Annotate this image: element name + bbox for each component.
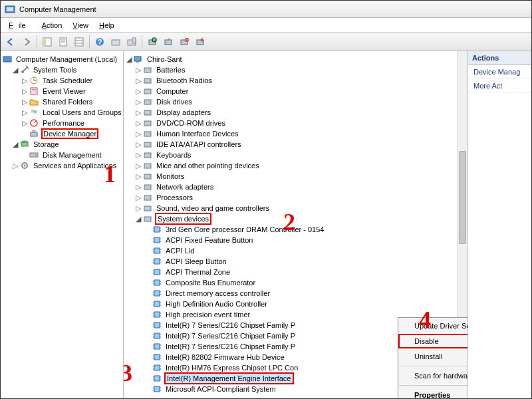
system-device-item[interactable]: Intel(R) 82802 Firmware Hub Device	[164, 352, 286, 362]
console-tree[interactable]: Computer Management (Local) ◢System Tool…	[1, 51, 123, 174]
system-device-item[interactable]: ACPI Thermal Zone	[164, 267, 231, 277]
tree-device-manager[interactable]: Device Manager	[41, 128, 98, 139]
system-device-item[interactable]: ACPI Sleep Button	[164, 257, 228, 266]
back-button[interactable]	[3, 35, 18, 49]
expand-icon[interactable]: ▷	[134, 108, 142, 117]
tree-system-tools[interactable]: System Tools	[32, 65, 78, 74]
expand-icon[interactable]: ▷	[134, 151, 142, 160]
device-category[interactable]: System devices	[155, 213, 211, 225]
toolbar-button[interactable]	[124, 35, 139, 49]
tree-disk-management[interactable]: Disk Management	[41, 150, 103, 160]
device-category[interactable]: Processors	[155, 193, 194, 202]
system-device-item[interactable]: ACPI Lid	[164, 246, 196, 255]
details-button[interactable]	[72, 35, 86, 49]
menu-disable[interactable]: Disable	[398, 334, 468, 348]
tree-root[interactable]: Computer Management (Local)	[15, 55, 118, 64]
system-device-item[interactable]: Intel(R) HM76 Express Chipset LPC Con	[164, 363, 299, 372]
system-device-item[interactable]: 3rd Gen Core processor DRAM Controller -…	[164, 225, 325, 234]
forward-button[interactable]	[19, 35, 34, 49]
system-device-item[interactable]: Intel(R) Management Engine Interface	[164, 372, 294, 384]
show-hide-tree-button[interactable]	[40, 35, 55, 49]
menu-file[interactable]: File	[3, 20, 37, 31]
system-device-item[interactable]: ACPI Fixed Feature Button	[164, 235, 254, 245]
menu-update-driver[interactable]: Update Driver Software...	[398, 318, 468, 334]
disable-button[interactable]	[193, 35, 207, 49]
expand-icon[interactable]: ▷	[134, 87, 142, 96]
tree-services-apps[interactable]: Services and Applications	[32, 161, 118, 170]
device-category[interactable]: Disk drives	[155, 97, 194, 106]
expand-icon[interactable]: ◢	[134, 215, 142, 223]
menu-uninstall[interactable]: Uninstall	[398, 348, 468, 364]
tree-local-users[interactable]: Local Users and Groups	[41, 108, 123, 117]
tree-task-scheduler[interactable]: Task Scheduler	[41, 76, 94, 85]
menu-help[interactable]: Help	[94, 20, 120, 31]
expand-icon[interactable]: ▷	[134, 194, 142, 202]
expand-icon[interactable]: ▷	[21, 108, 29, 117]
system-device-item[interactable]: Intel(R) 7 Series/C216 Chipset Family P	[164, 321, 297, 330]
menu-separator	[399, 385, 468, 386]
expand-icon[interactable]: ▷	[134, 130, 142, 138]
uninstall-button[interactable]	[177, 35, 192, 49]
toolbar-button[interactable]	[108, 35, 123, 49]
expand-icon[interactable]: ◢	[125, 55, 133, 64]
actions-device-manager[interactable]: Device Manag	[468, 65, 531, 79]
device-category[interactable]: Bluetooth Radios	[155, 76, 213, 85]
expand-icon[interactable]: ▷	[134, 66, 142, 74]
svg-rect-56	[144, 206, 151, 211]
tree-performance[interactable]: Performance	[41, 118, 86, 128]
system-device-item[interactable]: Composite Bus Enumerator	[164, 278, 257, 287]
device-root[interactable]: Chiro-Sant	[146, 55, 184, 64]
update-button[interactable]	[161, 35, 176, 49]
menu-action[interactable]: Action	[37, 20, 68, 31]
category-icon	[142, 65, 153, 75]
chip-icon	[152, 235, 162, 245]
system-device-item[interactable]: Microsoft ACPI-Compliant System	[164, 384, 277, 394]
device-category[interactable]: Monitors	[155, 172, 186, 181]
tree-shared-folders[interactable]: Shared Folders	[41, 97, 94, 106]
expand-icon[interactable]: ▷	[21, 98, 29, 106]
device-category[interactable]: IDE ATA/ATAPI controllers	[155, 140, 243, 149]
system-device-item[interactable]: High precision event timer	[164, 310, 251, 319]
expand-icon[interactable]: ▷	[134, 76, 142, 85]
menu-properties[interactable]: Properties	[398, 387, 468, 398]
menu-scan[interactable]: Scan for hardware changes	[398, 368, 468, 384]
menu-view[interactable]: View	[67, 20, 94, 31]
help-button[interactable]: ?	[92, 35, 107, 49]
expand-icon[interactable]: ▷	[134, 204, 142, 213]
device-category[interactable]: Sound, video and game controllers	[155, 203, 271, 213]
expand-icon[interactable]: ◢	[11, 140, 19, 149]
context-menu: Update Driver Software... Disable Uninst…	[398, 317, 468, 398]
expand-icon[interactable]: ▷	[134, 140, 142, 149]
scan-button[interactable]	[145, 35, 160, 49]
expand-icon[interactable]: ▷	[21, 119, 29, 128]
device-category[interactable]: DVD/CD-ROM drives	[155, 118, 227, 128]
device-category[interactable]: Batteries	[155, 65, 186, 74]
expand-icon[interactable]: ▷	[134, 172, 142, 181]
system-device-item[interactable]: High Definition Audio Controller	[164, 299, 269, 309]
category-icon	[142, 150, 153, 160]
expand-icon[interactable]: ▷	[21, 87, 29, 96]
expand-icon[interactable]: ▷	[134, 119, 142, 128]
expand-icon[interactable]: ▷	[134, 183, 142, 192]
system-device-item[interactable]: Intel(R) 7 Series/C216 Chipset Family P	[164, 342, 297, 351]
svg-rect-37	[30, 153, 38, 157]
device-category[interactable]: Network adapters	[155, 182, 215, 192]
device-category[interactable]: Human Interface Devices	[155, 129, 240, 138]
system-device-item[interactable]: Direct memory access controller	[164, 289, 271, 298]
device-category[interactable]: Mice and other pointing devices	[155, 161, 261, 170]
expand-icon[interactable]: ◢	[11, 66, 19, 74]
svg-rect-128	[154, 376, 160, 381]
expand-icon[interactable]: ▷	[21, 76, 29, 85]
expand-icon[interactable]: ▷	[11, 162, 19, 170]
tree-storage[interactable]: Storage	[32, 140, 61, 149]
device-category[interactable]: Display adapters	[155, 108, 212, 117]
tree-event-viewer[interactable]: Event Viewer	[41, 86, 87, 96]
scrollbar-thumb[interactable]	[459, 151, 466, 244]
device-category[interactable]: Computer	[155, 86, 190, 96]
properties-button[interactable]	[56, 35, 70, 49]
device-category[interactable]: Keyboards	[155, 150, 193, 160]
system-device-item[interactable]: Intel(R) 7 Series/C216 Chipset Family P	[164, 331, 297, 340]
actions-more[interactable]: More Act	[468, 79, 531, 93]
expand-icon[interactable]: ▷	[134, 162, 142, 170]
expand-icon[interactable]: ▷	[134, 98, 142, 106]
